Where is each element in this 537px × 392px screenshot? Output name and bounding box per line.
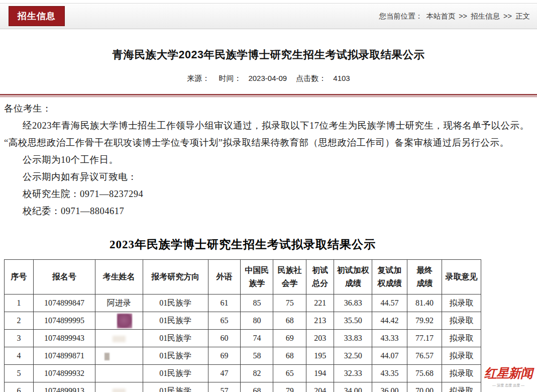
cell-reg-no: 1074899932 — [33, 365, 95, 382]
breadcrumb-section-link[interactable]: 招生信息 — [471, 12, 500, 21]
cell-reg-no: 1074899943 — [33, 330, 95, 347]
article-paragraph: 校纪委：0971—8804617 — [4, 203, 533, 220]
table-title: 2023年民族学博士研究生招生考试拟录取结果公示 — [4, 237, 481, 252]
breadcrumb-separator: >> — [459, 12, 467, 20]
cell-name: 阿进录 — [95, 295, 143, 312]
cell-retest-weighted: 44.42 — [372, 312, 407, 330]
article-paragraph: 校研究生院：0971—8237294 — [4, 185, 533, 203]
table-row: 3107489994301民族学60746920333.8343.3377.17… — [5, 330, 481, 347]
meta-hits-value: 4103 — [333, 74, 350, 82]
cell-chinese-ethnology: 85 — [241, 295, 273, 312]
column-header-initial-weighted: 初试加权 成绩 — [334, 260, 372, 295]
breadcrumb-home-link[interactable]: 本站首页 — [426, 12, 455, 21]
cell-name — [95, 330, 143, 347]
cell-initial-weighted: 32.33 — [334, 365, 372, 382]
breadcrumb-label: 您当前位置： — [379, 12, 422, 21]
cell-initial-weighted: 32.50 — [334, 347, 372, 365]
column-header-retest-weighted: 复试加 权成绩 — [372, 260, 407, 295]
table-row: 5107489993201民族学47826519432.3343.3575.68… — [5, 365, 481, 382]
cell-foreign-lang: 60 — [208, 330, 241, 347]
cell-opinion: 拟录取 — [442, 347, 481, 365]
cell-ethnic-sociology: 79 — [273, 382, 306, 392]
column-header-foreign-lang: 外语 — [208, 260, 241, 295]
breadcrumb: 您当前位置： 本站首页 >> 招生信息 >> 正文 — [379, 12, 530, 21]
red-star-news-slogan: — 深度 态度 温度 — — [478, 383, 537, 388]
meta-time-value: 2023-04-09 — [248, 74, 287, 82]
cell-direction: 01民族学 — [143, 295, 208, 312]
cell-retest-weighted: 36.00 — [372, 382, 407, 392]
cell-retest-weighted: 43.33 — [372, 330, 407, 347]
table-row: 4107489987101民族学69586819532.5044.0776.57… — [5, 347, 481, 365]
article-paragraph: 公示期内如有异议可致电： — [4, 168, 533, 185]
cell-foreign-lang: 69 — [208, 347, 241, 365]
cell-initial-total: 195 — [306, 347, 334, 365]
column-header-direction: 报考研究方向 — [143, 260, 208, 295]
cell-ethnic-sociology: 65 — [273, 365, 306, 382]
cell-ethnic-sociology: 75 — [273, 295, 306, 312]
breadcrumb-separator: >> — [503, 12, 512, 20]
cell-chinese-ethnology: 80 — [241, 312, 273, 330]
cell-foreign-lang: 47 — [208, 365, 241, 382]
cell-reg-no: 1074899995 — [33, 312, 95, 330]
cell-direction: 01民族学 — [143, 365, 208, 382]
cell-direction: 01民族学 — [143, 382, 208, 392]
table-header-row: 序号报名号考生姓名报考研究方向外语中国民 族学民族社 会学初试 总分初试加权 成… — [5, 260, 481, 295]
breadcrumb-current: 正文 — [515, 12, 530, 21]
column-header-chinese-ethnology: 中国民 族学 — [241, 260, 273, 295]
redaction-smudge — [113, 336, 126, 342]
article-paragraph: 各位考生： — [4, 100, 533, 117]
cell-no: 3 — [5, 330, 34, 347]
cell-opinion: 拟录取 — [442, 330, 481, 347]
cell-initial-weighted: 34.00 — [334, 382, 372, 392]
column-header-initial-total: 初试 总分 — [306, 260, 334, 295]
cell-initial-total: 204 — [306, 382, 334, 392]
cell-opinion: 拟录取 — [442, 365, 481, 382]
cell-chinese-ethnology: 74 — [241, 330, 273, 347]
top-bar: 招生信息 您当前位置： 本站首页 >> 招生信息 >> 正文 — [0, 3, 537, 29]
cell-no: 4 — [5, 347, 34, 365]
cell-final-score: 81.40 — [407, 295, 442, 312]
cell-final-score: 70.00 — [407, 382, 442, 392]
cell-no: 6 — [5, 382, 34, 392]
cell-initial-weighted: 36.83 — [334, 295, 372, 312]
section-badge[interactable]: 招生信息 — [9, 6, 65, 26]
cell-initial-total: 194 — [306, 365, 334, 382]
cell-direction: 01民族学 — [143, 330, 208, 347]
cell-name — [95, 382, 143, 392]
results-table: 序号报名号考生姓名报考研究方向外语中国民 族学民族社 会学初试 总分初试加权 成… — [4, 259, 481, 392]
column-header-opinion: 录取意见 — [442, 260, 481, 295]
red-star-news-watermark: 红星新闻 — 深度 态度 温度 — — [478, 365, 537, 388]
cell-reg-no: 1074899871 — [33, 347, 95, 365]
cell-opinion: 拟录取 — [442, 295, 481, 312]
cell-name — [95, 312, 143, 330]
cell-final-score: 75.68 — [407, 365, 442, 382]
cell-initial-weighted: 33.83 — [334, 330, 372, 347]
cell-retest-weighted: 43.35 — [372, 365, 407, 382]
column-header-no: 序号 — [5, 260, 34, 295]
cell-ethnic-sociology: 69 — [273, 330, 306, 347]
meta-time-label: 时间： — [219, 74, 241, 82]
page-title: 青海民族大学2023年民族学博士研究生招生考试拟录取结果公示 — [5, 47, 532, 62]
cell-initial-weighted: 35.50 — [334, 312, 372, 330]
cell-final-score: 76.57 — [407, 347, 442, 365]
cell-opinion: 拟录取 — [442, 382, 481, 392]
column-header-ethnic-sociology: 民族社 会学 — [273, 260, 306, 295]
red-star-news-logo: 红星新闻 — [478, 365, 537, 381]
cell-no: 1 — [5, 295, 34, 312]
cell-retest-weighted: 44.07 — [372, 347, 407, 365]
cell-initial-total: 213 — [306, 312, 334, 330]
article-paragraph: 经2023年青海民族大学博士招生工作领导小组审议通过，拟录取以下17位考生为民族… — [4, 117, 533, 151]
meta-hits-label: 点击数： — [296, 74, 326, 82]
cell-final-score: 79.92 — [407, 312, 442, 330]
cell-foreign-lang: 65 — [208, 312, 241, 330]
table-row: 2107489999501民族学65806821335.5044.4279.92… — [5, 312, 481, 330]
cell-name — [95, 365, 143, 382]
cell-reg-no: 1074899913 — [33, 382, 95, 392]
cell-direction: 01民族学 — [143, 347, 208, 365]
cell-initial-total: 221 — [306, 295, 334, 312]
cell-chinese-ethnology: 58 — [241, 347, 273, 365]
article-body: 各位考生：经2023年青海民族大学博士招生工作领导小组审议通过，拟录取以下17位… — [0, 97, 537, 220]
cell-no: 2 — [5, 312, 34, 330]
cell-reg-no: 1074899847 — [33, 295, 95, 312]
cell-no: 5 — [5, 365, 34, 382]
